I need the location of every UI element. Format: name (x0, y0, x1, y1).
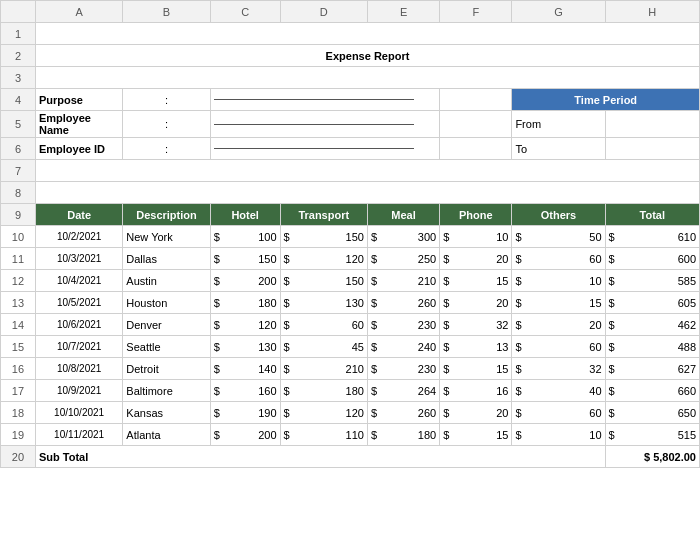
row-num-2: 2 (1, 45, 36, 67)
row-19: 19 10/11/2021 Atlanta $200 $110 $180 $15… (1, 424, 700, 446)
from-value[interactable] (605, 111, 699, 138)
phone-8: $20 (440, 402, 512, 424)
row-num-17: 17 (1, 380, 36, 402)
sheet-table: A B C D E F G H 1 2 Expense Report (0, 0, 700, 468)
phone-4: $32 (440, 314, 512, 336)
purpose-label: Purpose (35, 89, 122, 111)
meal-3: $260 (367, 292, 439, 314)
meal-1: $250 (367, 248, 439, 270)
others-8: $60 (512, 402, 605, 424)
total-4: $462 (605, 314, 699, 336)
col-header-f: F (440, 1, 512, 23)
from-label: From (512, 111, 605, 138)
row-14: 14 10/6/2021 Denver $120 $60 $230 $32 $2… (1, 314, 700, 336)
row-num-4: 4 (1, 89, 36, 111)
row1-content (35, 23, 699, 45)
subtotal-label: Sub Total (35, 446, 605, 468)
col-header-d: D (280, 1, 367, 23)
row-16: 16 10/8/2021 Detroit $140 $210 $230 $15 … (1, 358, 700, 380)
purpose-value[interactable] (210, 89, 439, 111)
row-num-12: 12 (1, 270, 36, 292)
date-8: 10/10/2021 (35, 402, 122, 424)
row-5: 5 Employee Name : From (1, 111, 700, 138)
hotel-8: $190 (210, 402, 280, 424)
row7-content (35, 160, 699, 182)
employee-name-underline[interactable] (214, 124, 414, 125)
row-num-14: 14 (1, 314, 36, 336)
phone-5: $13 (440, 336, 512, 358)
row-num-19: 19 (1, 424, 36, 446)
phone-6: $15 (440, 358, 512, 380)
purpose-colon: : (123, 89, 210, 111)
th-date: Date (35, 204, 122, 226)
row-num-20: 20 (1, 446, 36, 468)
transport-1: $120 (280, 248, 367, 270)
row-3: 3 (1, 67, 700, 89)
date-5: 10/7/2021 (35, 336, 122, 358)
row-11: 11 10/3/2021 Dallas $150 $120 $250 $20 $… (1, 248, 700, 270)
desc-9: Atlanta (123, 424, 210, 446)
total-7: $660 (605, 380, 699, 402)
th-total: Total (605, 204, 699, 226)
employee-id-underline[interactable] (214, 148, 414, 149)
date-2: 10/4/2021 (35, 270, 122, 292)
transport-8: $120 (280, 402, 367, 424)
desc-8: Kansas (123, 402, 210, 424)
others-0: $50 (512, 226, 605, 248)
th-transport: Transport (280, 204, 367, 226)
row8-content (35, 182, 699, 204)
row-num-3: 3 (1, 67, 36, 89)
hotel-2: $200 (210, 270, 280, 292)
row-num-15: 15 (1, 336, 36, 358)
row-num-6: 6 (1, 138, 36, 160)
transport-9: $110 (280, 424, 367, 446)
total-8: $650 (605, 402, 699, 424)
phone-2: $15 (440, 270, 512, 292)
others-3: $15 (512, 292, 605, 314)
employee-name-value[interactable] (210, 111, 439, 138)
row-num-5: 5 (1, 111, 36, 138)
row-9-header: 9 Date Description Hotel Transport Meal … (1, 204, 700, 226)
meal-5: $240 (367, 336, 439, 358)
purpose-underline[interactable] (214, 99, 414, 100)
row-15: 15 10/7/2021 Seattle $130 $45 $240 $13 $… (1, 336, 700, 358)
others-2: $10 (512, 270, 605, 292)
employee-id-value[interactable] (210, 138, 439, 160)
hotel-4: $120 (210, 314, 280, 336)
hotel-6: $140 (210, 358, 280, 380)
total-0: $610 (605, 226, 699, 248)
phone-3: $20 (440, 292, 512, 314)
desc-2: Austin (123, 270, 210, 292)
row-12: 12 10/4/2021 Austin $200 $150 $210 $15 $… (1, 270, 700, 292)
to-value[interactable] (605, 138, 699, 160)
row-num-8: 8 (1, 182, 36, 204)
row-18: 18 10/10/2021 Kansas $190 $120 $260 $20 … (1, 402, 700, 424)
th-meal: Meal (367, 204, 439, 226)
row4-gap (440, 89, 512, 111)
date-4: 10/6/2021 (35, 314, 122, 336)
subtotal-value: $ 5,802.00 (605, 446, 699, 468)
employee-name-colon: : (123, 111, 210, 138)
date-7: 10/9/2021 (35, 380, 122, 402)
total-6: $627 (605, 358, 699, 380)
desc-1: Dallas (123, 248, 210, 270)
meal-8: $260 (367, 402, 439, 424)
total-1: $600 (605, 248, 699, 270)
hotel-5: $130 (210, 336, 280, 358)
transport-6: $210 (280, 358, 367, 380)
others-7: $40 (512, 380, 605, 402)
row-num-11: 11 (1, 248, 36, 270)
others-9: $10 (512, 424, 605, 446)
date-0: 10/2/2021 (35, 226, 122, 248)
row-num-18: 18 (1, 402, 36, 424)
others-1: $60 (512, 248, 605, 270)
transport-3: $130 (280, 292, 367, 314)
desc-0: New York (123, 226, 210, 248)
row5-gap (440, 111, 512, 138)
phone-7: $16 (440, 380, 512, 402)
row-num-16: 16 (1, 358, 36, 380)
transport-7: $180 (280, 380, 367, 402)
hotel-9: $200 (210, 424, 280, 446)
others-5: $60 (512, 336, 605, 358)
transport-2: $150 (280, 270, 367, 292)
